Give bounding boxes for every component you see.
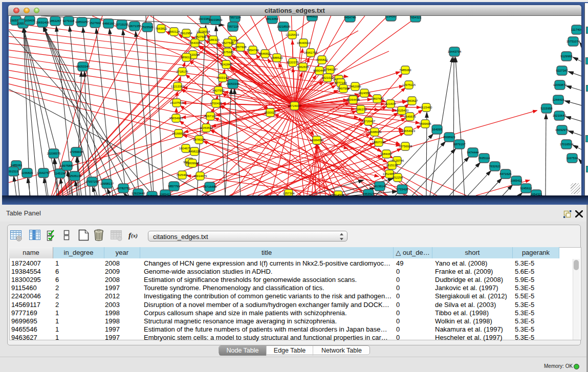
svg-text:3624554: 3624554	[358, 92, 371, 95]
svg-text:12093872: 12093872	[553, 83, 567, 86]
svg-text:14136141: 14136141	[373, 185, 387, 188]
svg-text:9646821: 9646821	[259, 52, 271, 55]
svg-text:16961758: 16961758	[304, 51, 318, 54]
svg-text:12942757: 12942757	[37, 171, 51, 174]
svg-text:15809948: 15809948	[186, 162, 200, 165]
svg-text:9463627: 9463627	[406, 99, 418, 102]
svg-text:9227347: 9227347	[556, 69, 568, 72]
svg-text:1485061: 1485061	[10, 164, 23, 167]
svg-text:12505135: 12505135	[68, 174, 82, 178]
svg-text:9245612: 9245612	[520, 187, 532, 190]
svg-text:17359938: 17359938	[70, 150, 83, 154]
svg-text:169406: 169406	[25, 19, 35, 22]
svg-text:1700418: 1700418	[210, 102, 222, 105]
svg-text:15716485: 15716485	[203, 185, 217, 188]
svg-text:16543362: 16543362	[188, 41, 202, 45]
svg-text:16210643: 16210643	[553, 114, 567, 117]
svg-text:9827500: 9827500	[194, 35, 207, 38]
svg-text:7957224: 7957224	[227, 25, 239, 28]
svg-text:10025433: 10025433	[395, 109, 409, 112]
svg-text:1234567: 1234567	[385, 16, 397, 18]
svg-text:5498222: 5498222	[188, 150, 201, 153]
svg-text:7632621: 7632621	[489, 165, 501, 168]
svg-text:8912954: 8912954	[180, 32, 192, 35]
svg-text:9474444: 9474444	[467, 151, 479, 154]
svg-text:10807487: 10807487	[371, 97, 384, 100]
svg-text:6497568: 6497568	[337, 87, 350, 90]
svg-text:8454749: 8454749	[247, 49, 259, 52]
svg-text:6879197: 6879197	[453, 143, 466, 146]
svg-text:16107553: 16107553	[170, 101, 184, 104]
svg-text:11353594: 11353594	[200, 126, 213, 129]
svg-text:621609: 621609	[385, 102, 396, 105]
svg-text:9129966: 9129966	[560, 55, 573, 58]
svg-text:20691406: 20691406	[36, 21, 50, 24]
svg-text:1733426: 1733426	[396, 188, 408, 191]
svg-text:9115460: 9115460	[421, 106, 433, 109]
svg-text:10958137: 10958137	[100, 182, 114, 185]
svg-text:15692971: 15692971	[555, 128, 569, 132]
svg-text:1065412: 1065412	[510, 179, 522, 182]
svg-text:11325419: 11325419	[286, 33, 299, 36]
svg-text:2935114: 2935114	[478, 157, 491, 160]
svg-text:16914479: 16914479	[193, 174, 207, 178]
svg-text:18724007: 18724007	[288, 104, 301, 107]
svg-text:391519: 391519	[9, 170, 19, 173]
svg-text:12923446: 12923446	[132, 192, 145, 195]
svg-text:16443794: 16443794	[448, 50, 462, 53]
svg-text:8813054: 8813054	[266, 17, 278, 20]
svg-text:16033809: 16033809	[209, 18, 223, 21]
svg-text:9777169: 9777169	[335, 81, 347, 84]
svg-text:15751074: 15751074	[567, 40, 580, 43]
svg-text:19166825: 19166825	[172, 132, 186, 135]
svg-text:17957255: 17957255	[85, 180, 99, 183]
svg-text:9242848: 9242848	[220, 63, 232, 66]
svg-text:10671355: 10671355	[128, 25, 142, 28]
svg-text:8427552: 8427552	[212, 89, 225, 92]
svg-text:29053346: 29053346	[226, 82, 240, 85]
svg-text:8471626: 8471626	[499, 172, 512, 176]
svg-text:1527602: 1527602	[89, 21, 101, 25]
svg-text:19654985: 19654985	[169, 117, 183, 120]
svg-text:7625402: 7625402	[176, 173, 188, 177]
svg-text:18807249: 18807249	[372, 141, 386, 144]
svg-text:17016504: 17016504	[560, 143, 574, 146]
svg-text:10853257: 10853257	[75, 20, 89, 24]
svg-text:9245612: 9245612	[146, 194, 158, 195]
svg-text:989012: 989012	[181, 56, 192, 59]
svg-text:9279118: 9279118	[63, 19, 75, 23]
svg-text:5215958: 5215958	[540, 107, 553, 110]
svg-text:1065412: 1065412	[159, 193, 171, 195]
svg-text:9527508: 9527508	[222, 41, 234, 45]
svg-text:19384554: 19384554	[310, 139, 324, 142]
svg-text:2549575: 2549575	[404, 115, 416, 118]
svg-text:16782759: 16782759	[117, 187, 130, 190]
svg-text:12213369: 12213369	[171, 85, 185, 88]
svg-text:2867608: 2867608	[234, 46, 247, 49]
svg-text:1257304: 1257304	[282, 192, 295, 195]
svg-text:1117404: 1117404	[571, 28, 581, 31]
svg-text:9646821: 9646821	[306, 16, 318, 18]
svg-text:7485063: 7485063	[399, 69, 411, 72]
svg-text:7955822: 7955822	[316, 58, 328, 61]
svg-text:10719155: 10719155	[115, 23, 129, 26]
svg-text:10688609: 10688609	[368, 130, 382, 134]
svg-text:1145194: 1145194	[54, 172, 67, 175]
svg-text:19654923: 19654923	[402, 129, 416, 133]
svg-text:8267110: 8267110	[205, 115, 217, 118]
svg-text:7663822: 7663822	[155, 27, 167, 30]
svg-text:7654321: 7654321	[409, 16, 422, 19]
svg-text:20364436: 20364436	[346, 98, 360, 101]
svg-text:18640910: 18640910	[297, 41, 311, 45]
svg-text:9814509: 9814509	[332, 193, 344, 195]
svg-text:1156829: 1156829	[21, 171, 34, 174]
svg-text:6794028: 6794028	[324, 68, 336, 71]
svg-text:1362635: 1362635	[297, 65, 309, 69]
svg-text:8454749: 8454749	[344, 16, 356, 19]
svg-text:2718176: 2718176	[176, 70, 188, 73]
svg-text:8186323: 8186323	[207, 38, 220, 41]
svg-text:15720407: 15720407	[362, 120, 376, 123]
svg-text:29053346: 29053346	[76, 65, 90, 68]
svg-text:(x): (x)	[131, 232, 138, 239]
svg-text:6466160: 6466160	[102, 22, 115, 25]
